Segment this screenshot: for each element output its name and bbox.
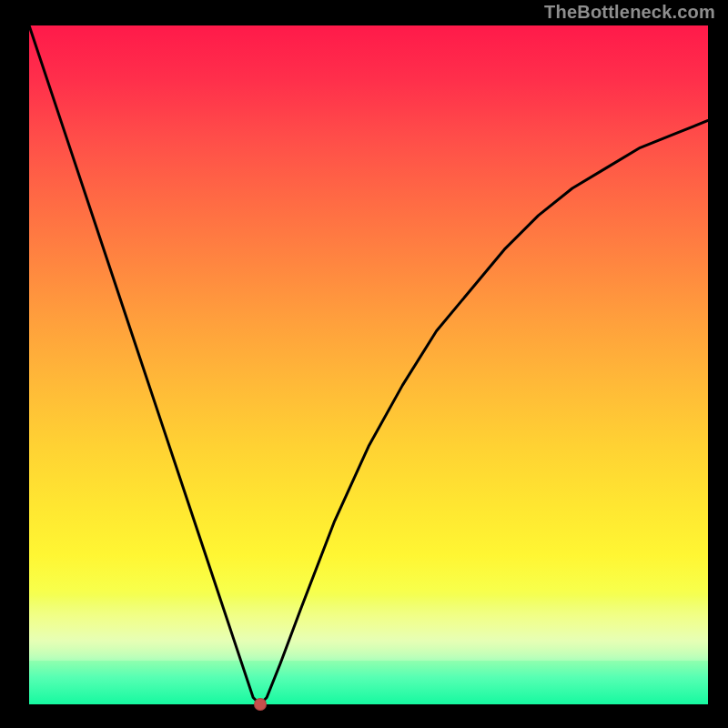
bottleneck-curve bbox=[29, 25, 708, 704]
plot-area bbox=[29, 25, 708, 704]
watermark-text: TheBottleneck.com bbox=[544, 2, 715, 23]
minimum-marker bbox=[254, 698, 267, 711]
chart-frame: TheBottleneck.com bbox=[0, 0, 728, 728]
